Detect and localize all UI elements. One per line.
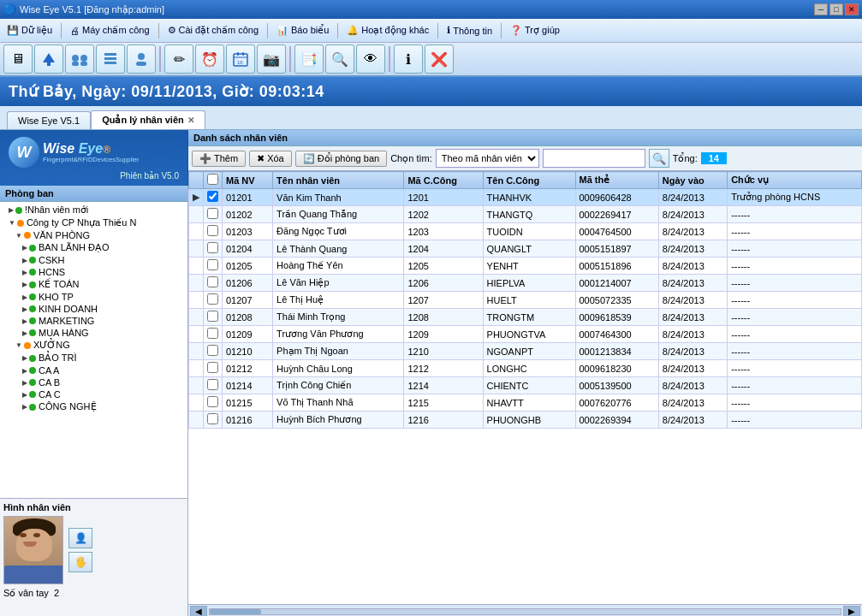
hscroll-left[interactable]: ◀ <box>190 606 207 617</box>
tb-btn-photo[interactable]: 📷 <box>257 44 286 74</box>
tree-item[interactable]: ▶ CSKH <box>2 254 186 266</box>
tree-item[interactable]: ▶ !Nhân viên mới <box>2 204 186 216</box>
table-row[interactable]: 01204Lê Thành Quang1204QUANGLT0005151897… <box>189 240 862 258</box>
table-row[interactable]: 01209Trương Văn Phương1209PHUONGTVA00074… <box>189 326 862 343</box>
row-checkbox[interactable] <box>207 396 218 407</box>
them-button[interactable]: ➕ Thêm <box>192 151 246 167</box>
hscroll-track[interactable] <box>209 608 841 615</box>
tb-btn-list[interactable] <box>96 44 125 74</box>
tree-item[interactable]: ▶ MARKETING <box>2 315 186 327</box>
tb-btn-report[interactable]: 📑 <box>294 44 324 74</box>
tree-item[interactable]: ▶ CA B <box>2 376 186 388</box>
td-check[interactable] <box>204 377 223 394</box>
td-check[interactable] <box>204 189 223 206</box>
table-row[interactable]: 01212Huỳnh Châu Long1212LONGHC0009618230… <box>189 360 862 377</box>
maximize-button[interactable]: □ <box>829 3 843 15</box>
tab-close-icon[interactable]: ✕ <box>187 116 194 125</box>
tb-btn-calendar[interactable]: 16 <box>226 44 255 74</box>
tb-btn-up[interactable] <box>34 44 63 74</box>
tree-item[interactable]: ▶ KHO TP <box>2 291 186 303</box>
td-check[interactable] <box>204 275 223 292</box>
tb-btn-view[interactable]: 👁 <box>356 44 385 74</box>
tab-wise-eye[interactable]: Wise Eye V5.1 <box>7 111 91 129</box>
hscroll-right[interactable]: ▶ <box>843 606 860 617</box>
td-check[interactable] <box>204 326 223 343</box>
row-checkbox[interactable] <box>207 293 218 305</box>
td-check[interactable] <box>204 343 223 360</box>
row-checkbox[interactable] <box>207 362 218 373</box>
table-row[interactable]: 01207Lê Thị Huệ1207HUELT00050723358/24/2… <box>189 292 862 309</box>
table-row[interactable]: 01214Trịnh Công Chiến1214CHIENTC00051395… <box>189 377 862 394</box>
search-select[interactable]: Theo mã nhân viên Theo tên nhân viên The… <box>436 149 539 168</box>
table-row[interactable]: 01215Võ Thị Thanh Nhã1215NHAVTT000762077… <box>189 394 862 412</box>
tree-item[interactable]: ▶ BAN LÃNH ĐẠO <box>2 241 186 254</box>
tb-btn-screen[interactable]: 🖥 <box>3 44 33 74</box>
td-check[interactable] <box>204 412 223 429</box>
tree-item[interactable]: ▶ KẾ TOÁN <box>2 278 186 291</box>
td-check[interactable] <box>204 394 223 412</box>
doi-phong-ban-button[interactable]: 🔄 Đổi phòng ban <box>295 151 387 167</box>
search-input[interactable] <box>543 149 645 168</box>
tree-area[interactable]: ▶ !Nhân viên mới▼ Công ty CP Nhựa Thiếu … <box>0 202 187 498</box>
tree-item[interactable]: ▶ CÔNG NGHỆ <box>2 400 186 413</box>
td-check[interactable] <box>204 360 223 377</box>
select-all-checkbox[interactable] <box>207 174 218 185</box>
menu-hoat-dong[interactable]: 🔔 Hoạt động khác <box>340 21 436 39</box>
row-checkbox[interactable] <box>207 328 218 339</box>
tree-item[interactable]: ▶ BẢO TRÌ <box>2 352 186 364</box>
tree-item[interactable]: ▶ KINH DOANH <box>2 303 186 315</box>
table-row[interactable]: 01205Hoàng Thế Yên1205YENHT00051518968/2… <box>189 258 862 275</box>
table-row[interactable]: 01216Huỳnh Bích Phương1216PHUONGHB000226… <box>189 412 862 429</box>
tree-item[interactable]: ▶ MUA HÀNG <box>2 327 186 339</box>
tree-item[interactable]: ▼ XƯỞNG <box>2 339 186 352</box>
tb-btn-person[interactable] <box>127 44 156 74</box>
row-checkbox[interactable] <box>207 242 218 253</box>
table-row[interactable]: 01203Đăng Ngọc Tươi1203TUOIDN00047645008… <box>189 223 862 240</box>
tb-btn-exit[interactable]: ❌ <box>425 44 454 74</box>
table-container[interactable]: Mã NV Tên nhân viên Mã C.Công Tên C.Công… <box>188 171 862 604</box>
nv-btn-1[interactable]: 👤 <box>68 528 92 548</box>
table-row[interactable]: 01208Thái Minh Trọng1208TRONGTM000961853… <box>189 309 862 326</box>
menu-tro-giup[interactable]: ❓ Trợ giúp <box>503 21 567 39</box>
minimize-button[interactable]: ─ <box>814 3 828 15</box>
td-check[interactable] <box>204 223 223 240</box>
menu-bao-bieu[interactable]: 📊 Báo biểu <box>270 21 336 39</box>
tb-btn-search[interactable]: 🔍 <box>325 44 354 74</box>
row-checkbox[interactable] <box>207 225 218 236</box>
menu-du-lieu[interactable]: 💾 Dữ liệu <box>0 21 59 39</box>
menu-thong-tin[interactable]: ℹ Thông tin <box>440 21 499 39</box>
tb-btn-group[interactable] <box>65 44 94 74</box>
row-checkbox[interactable] <box>207 345 218 356</box>
row-checkbox[interactable] <box>207 311 218 322</box>
table-row[interactable]: ▶01201Văn Kim Thanh1201THANHVK0009606428… <box>189 189 862 206</box>
tab-quan-ly-nv[interactable]: Quản lý nhân viên ✕ <box>91 110 205 129</box>
row-checkbox[interactable] <box>207 191 218 202</box>
table-row[interactable]: 01202Trần Quang Thắng1202THANGTQ00022694… <box>189 206 862 223</box>
tb-btn-edit[interactable]: ✏ <box>164 44 193 74</box>
tree-item[interactable]: ▼ Công ty CP Nhựa Thiếu N <box>2 216 186 229</box>
row-checkbox[interactable] <box>207 276 218 287</box>
td-check[interactable] <box>204 258 223 275</box>
tb-btn-clock[interactable]: ⏰ <box>195 44 224 74</box>
tree-item[interactable]: ▼ VĂN PHÒNG <box>2 229 186 241</box>
row-checkbox[interactable] <box>207 413 218 424</box>
td-check[interactable] <box>204 240 223 258</box>
row-checkbox[interactable] <box>207 379 218 390</box>
td-check[interactable] <box>204 309 223 326</box>
hscroll-bar[interactable]: ◀ ▶ <box>188 604 862 616</box>
tree-item[interactable]: ▶ HCNS <box>2 266 186 278</box>
menu-cai-dat[interactable]: ⚙ Cài đặt chấm công <box>161 21 265 39</box>
nv-btn-2[interactable]: 🖐 <box>68 552 92 572</box>
close-button[interactable]: ✕ <box>845 3 859 15</box>
xoa-button[interactable]: ✖ Xóa <box>249 151 292 167</box>
td-check[interactable] <box>204 206 223 223</box>
table-row[interactable]: 01210Phạm Thị Ngoan1210NGOANPT0001213834… <box>189 343 862 360</box>
row-checkbox[interactable] <box>207 208 218 219</box>
menu-may-cham-cong[interactable]: 🖨 Máy chấm công <box>63 21 157 39</box>
td-check[interactable] <box>204 292 223 309</box>
tree-item[interactable]: ▶ CA A <box>2 364 186 376</box>
hscroll-thumb[interactable] <box>210 609 261 614</box>
table-row[interactable]: 01206Lê Văn Hiệp1206HIEPLVA00012140078/2… <box>189 275 862 292</box>
tree-item[interactable]: ▶ CA C <box>2 388 186 400</box>
search-button[interactable]: 🔍 <box>649 149 669 168</box>
